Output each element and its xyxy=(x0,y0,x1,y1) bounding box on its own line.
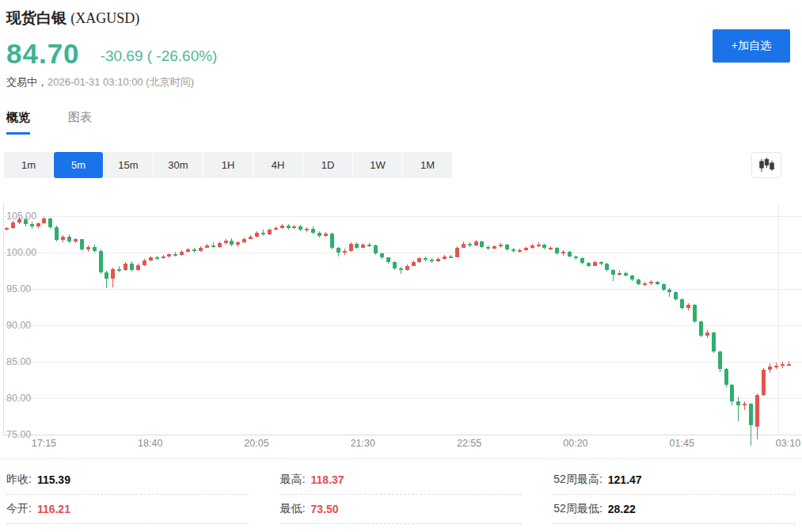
y-axis-tick-label: 80.00 xyxy=(6,393,31,404)
candle-body xyxy=(656,282,659,284)
candle-body xyxy=(486,247,490,249)
stat-item: 昨收:115.39 xyxy=(6,466,249,495)
candle-body xyxy=(236,242,240,245)
candle-body xyxy=(386,257,390,262)
y-gridline xyxy=(3,362,802,363)
candle-body xyxy=(630,276,634,280)
candle-body xyxy=(699,321,703,335)
candle-body xyxy=(17,219,21,223)
interval-button-30m[interactable]: 30m xyxy=(154,152,203,178)
candle-body xyxy=(611,270,615,275)
chart-section: 105.00100.0095.0090.0085.0080.0075.00 17… xyxy=(0,203,802,459)
candle-body xyxy=(42,218,46,223)
candle-body xyxy=(224,241,228,243)
candle-body xyxy=(555,248,559,253)
candle-body xyxy=(336,248,340,253)
trading-status: 交易中， xyxy=(6,76,48,88)
candle-body xyxy=(11,222,15,227)
x-axis-tick-label: 22:55 xyxy=(457,438,481,449)
candle-body xyxy=(180,252,184,255)
stat-label: 今开: xyxy=(6,502,32,516)
interval-button-1m[interactable]: 1m xyxy=(4,152,53,178)
candle-body xyxy=(468,244,472,245)
candle-body xyxy=(111,269,115,279)
candle-body xyxy=(324,234,328,236)
candle-body xyxy=(587,263,591,266)
candle-body xyxy=(781,364,785,366)
instrument-title: 现货白银 (XAGUSD) xyxy=(6,8,802,28)
candle-body xyxy=(380,253,384,258)
candle-body xyxy=(199,248,203,252)
candle-body xyxy=(48,218,52,227)
candle-body xyxy=(117,269,121,271)
tab-overview[interactable]: 概览 xyxy=(6,110,30,135)
chart-style-button[interactable] xyxy=(751,152,781,178)
x-axis-labels: 17:1518:4020:0521:3022:5500:2001:4503:10 xyxy=(0,438,802,452)
interval-button-4H[interactable]: 4H xyxy=(253,152,302,178)
x-axis-tick-label: 20:05 xyxy=(244,438,268,449)
interval-button-1M[interactable]: 1M xyxy=(403,152,452,178)
candle-body xyxy=(430,260,434,261)
candle-body xyxy=(511,249,515,251)
candle-body xyxy=(580,258,584,263)
candle-body xyxy=(261,233,265,234)
candle-body xyxy=(618,273,621,275)
stat-label: 52周最低: xyxy=(553,502,602,516)
quote-page: 现货白银 (XAGUSD) 84.70 -30.69 ( -26.60%) 交易… xyxy=(0,0,802,532)
candle-body xyxy=(143,260,146,265)
x-axis-tick-label: 17:15 xyxy=(32,438,56,449)
x-axis-tick-label: 00:20 xyxy=(563,438,587,449)
candle-body xyxy=(624,273,628,276)
candle-body xyxy=(99,251,103,272)
y-axis-tick-label: 75.00 xyxy=(6,429,31,440)
candle-body xyxy=(242,239,246,243)
candle-body xyxy=(186,249,190,252)
candle-body xyxy=(449,256,453,258)
candle-body xyxy=(149,257,153,260)
candle-body xyxy=(36,223,40,226)
candle-body xyxy=(230,241,234,245)
interval-button-15m[interactable]: 15m xyxy=(104,152,153,178)
stat-value: 121.47 xyxy=(608,473,642,486)
interval-button-1W[interactable]: 1W xyxy=(353,152,402,178)
candle-body xyxy=(637,279,640,284)
candle-wick xyxy=(744,401,745,410)
y-axis-tick-label: 100.00 xyxy=(6,247,36,258)
candle-body xyxy=(67,237,71,241)
candle-body xyxy=(173,254,177,256)
plot-left-border xyxy=(3,203,4,435)
candle-body xyxy=(480,241,484,246)
candle-body xyxy=(192,249,196,251)
add-watchlist-button[interactable]: +加自选 xyxy=(713,29,790,63)
candle-body xyxy=(730,385,734,401)
candle-body xyxy=(268,230,272,234)
candle-body xyxy=(443,256,447,260)
y-axis-tick-label: 95.00 xyxy=(6,283,31,294)
candle-body xyxy=(549,248,553,249)
candle-body xyxy=(680,299,684,308)
candle-body xyxy=(462,244,466,248)
candle-body xyxy=(317,233,321,236)
candlestick-plot[interactable]: 105.00100.0095.0090.0085.0080.0075.00 xyxy=(0,203,802,435)
candle-body xyxy=(505,245,509,249)
candle-body xyxy=(662,284,666,290)
tab-chart[interactable]: 图表 xyxy=(68,110,92,135)
candle-body xyxy=(524,248,528,250)
candle-body xyxy=(61,237,65,241)
plot-right-gridline xyxy=(778,203,779,435)
stat-value: 116.21 xyxy=(37,503,70,515)
interval-button-1D[interactable]: 1D xyxy=(303,152,352,178)
candle-body xyxy=(736,401,740,406)
candle-body xyxy=(755,395,759,427)
candle-body xyxy=(55,227,59,241)
stat-item: 最高:118.37 xyxy=(280,466,523,495)
interval-button-1H[interactable]: 1H xyxy=(203,152,253,178)
candlestick-chart-icon xyxy=(758,158,775,173)
candle-body xyxy=(693,305,697,321)
candle-body xyxy=(574,256,578,259)
candle-body xyxy=(412,262,416,266)
candle-body xyxy=(374,245,378,253)
candle-body xyxy=(249,237,253,239)
interval-button-5m[interactable]: 5m xyxy=(54,152,103,178)
candle-body xyxy=(492,246,496,249)
